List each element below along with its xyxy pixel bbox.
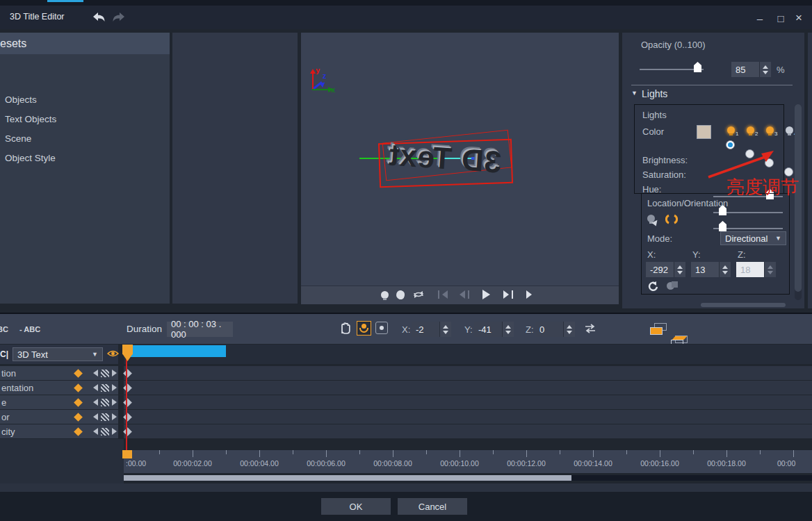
track-row-scale-lane[interactable]: [124, 395, 812, 409]
loop-icon[interactable]: [412, 290, 425, 299]
sidebar-item-scene[interactable]: Scene: [5, 133, 31, 144]
x-spinner[interactable]: [674, 262, 685, 277]
light-4-bulb-icon[interactable]: 4: [786, 126, 793, 134]
keyframe-mode-icon[interactable]: [101, 384, 109, 392]
swap-axes-icon[interactable]: [584, 324, 596, 333]
keyframe-toggle[interactable]: [74, 398, 83, 407]
prev-keyframe-icon[interactable]: [93, 428, 98, 435]
timeline-panel: C| 3D Text▼ tion entation: [0, 344, 812, 492]
inspector-hscrollbar-thumb[interactable]: [701, 303, 786, 307]
cancel-button[interactable]: Cancel: [398, 498, 467, 515]
reset-rotation-icon[interactable]: [647, 281, 658, 292]
toolbar-y-input[interactable]: -41: [474, 322, 502, 337]
sphere-preview-icon[interactable]: [396, 289, 405, 299]
3d-text-object[interactable]: 3D Text: [377, 132, 512, 184]
x-input[interactable]: -292: [646, 262, 674, 277]
keyframe-marker[interactable]: [123, 413, 132, 422]
light-3-bulb-icon[interactable]: 3: [766, 126, 774, 134]
light-color-swatch[interactable]: [697, 125, 711, 139]
next-keyframe-icon[interactable]: [112, 399, 117, 406]
prev-keyframe-icon[interactable]: [93, 399, 98, 406]
keyframe-toggle[interactable]: [74, 369, 83, 378]
sidebar-item-objects[interactable]: Objects: [5, 94, 37, 105]
focus-tool-icon[interactable]: [375, 322, 388, 334]
keyframe-toggle[interactable]: [74, 413, 83, 422]
toolbar-x-input[interactable]: -2: [412, 322, 439, 337]
opacity-slider-thumb[interactable]: [694, 62, 701, 72]
toolbar-z-spinner[interactable]: [563, 322, 575, 337]
opacity-spinner[interactable]: [759, 62, 771, 77]
next-keyframe-icon[interactable]: [112, 413, 117, 420]
ruler-playhead-marker[interactable]: [122, 450, 132, 458]
y-spinner[interactable]: [719, 262, 731, 277]
keyframe-mode-icon[interactable]: [101, 428, 109, 436]
keyframe-toggle[interactable]: [74, 427, 83, 436]
move-object-icon[interactable]: [667, 282, 674, 290]
keyframe-marker[interactable]: [123, 369, 132, 378]
pan-hand-icon[interactable]: [339, 322, 351, 335]
redo-icon[interactable]: [111, 12, 125, 22]
play-to-end-icon[interactable]: [526, 290, 532, 299]
lights-section-header[interactable]: Lights: [642, 88, 667, 99]
timeline-hscrollbar[interactable]: [124, 475, 812, 481]
undo-icon[interactable]: [92, 12, 106, 22]
face-front-icon[interactable]: [650, 323, 668, 336]
track-visibility-eye-icon[interactable]: [107, 349, 119, 358]
previous-frame-icon[interactable]: [460, 290, 469, 299]
next-keyframe-icon[interactable]: [112, 428, 117, 435]
keyframe-marker[interactable]: [123, 383, 132, 392]
track-selector-dropdown[interactable]: 3D Text▼: [13, 347, 103, 361]
sidebar-item-text-objects[interactable]: Text Objects: [5, 114, 56, 124]
playhead-line[interactable]: [126, 359, 127, 450]
next-frame-icon[interactable]: [503, 290, 513, 299]
toolbar-y-spinner[interactable]: [502, 322, 514, 337]
add-text-button-fragment[interactable]: BC: [0, 325, 8, 333]
title-clip-bar[interactable]: [128, 345, 226, 357]
timeline-ruler[interactable]: :00.00 00:00:02.00 00:00:04.00 00:00:06.…: [124, 450, 812, 473]
maximize-button[interactable]: □: [773, 13, 788, 25]
light-1-bulb-icon[interactable]: 1: [727, 126, 735, 134]
keyframe-marker[interactable]: [123, 427, 132, 436]
track-row-orientation-lane[interactable]: [124, 381, 812, 395]
duration-value[interactable]: 00 : 00 : 03 . 000: [167, 322, 233, 337]
prev-keyframe-icon[interactable]: [93, 370, 98, 377]
keyframe-toggle[interactable]: [74, 383, 83, 392]
toolbar-z-input[interactable]: 0: [535, 322, 563, 337]
go-to-start-icon[interactable]: [438, 290, 448, 299]
edge-panel-sliver: [808, 33, 812, 308]
track-row-color-lane[interactable]: [124, 410, 812, 424]
opacity-value[interactable]: 85: [731, 62, 759, 77]
close-button[interactable]: ×: [791, 12, 806, 24]
play-icon[interactable]: [482, 290, 490, 299]
keyframe-mode-icon[interactable]: [101, 370, 109, 377]
light-3-radio[interactable]: [765, 158, 774, 167]
rotate-tool-selected[interactable]: [357, 321, 371, 336]
keyframe-marker[interactable]: [123, 398, 132, 407]
lights-section-triangle-icon[interactable]: ▼: [631, 90, 638, 97]
sidebar-header-presets[interactable]: esets: [0, 33, 170, 54]
next-keyframe-icon[interactable]: [112, 370, 117, 377]
track-row-position-lane[interactable]: [124, 366, 812, 380]
light-rotate-icon[interactable]: [665, 214, 678, 224]
inspector-vscrollbar[interactable]: [795, 104, 802, 300]
light-1-radio[interactable]: [726, 140, 735, 149]
light-select-icon[interactable]: [647, 215, 655, 222]
light-preview-icon[interactable]: [381, 291, 389, 299]
y-input[interactable]: 13: [691, 262, 719, 277]
toolbar-x-spinner[interactable]: [439, 322, 451, 337]
prev-keyframe-icon[interactable]: [93, 413, 98, 420]
ok-button[interactable]: OK: [321, 498, 391, 515]
prev-keyframe-icon[interactable]: [93, 384, 98, 391]
remove-text-button[interactable]: - ABC: [19, 325, 40, 333]
timeline-hscrollbar-thumb[interactable]: [124, 475, 571, 481]
keyframe-mode-icon[interactable]: [101, 399, 109, 406]
light-2-radio[interactable]: [745, 149, 754, 158]
mode-dropdown[interactable]: Directional▼: [720, 231, 786, 245]
sidebar-item-object-style[interactable]: Object Style: [5, 153, 56, 163]
minimize-button[interactable]: –: [752, 13, 768, 25]
opacity-slider[interactable]: [640, 69, 704, 70]
track-row-opacity-lane[interactable]: [124, 424, 812, 438]
next-keyframe-icon[interactable]: [112, 384, 117, 391]
keyframe-mode-icon[interactable]: [101, 413, 109, 421]
light-2-bulb-icon[interactable]: 2: [747, 126, 754, 134]
